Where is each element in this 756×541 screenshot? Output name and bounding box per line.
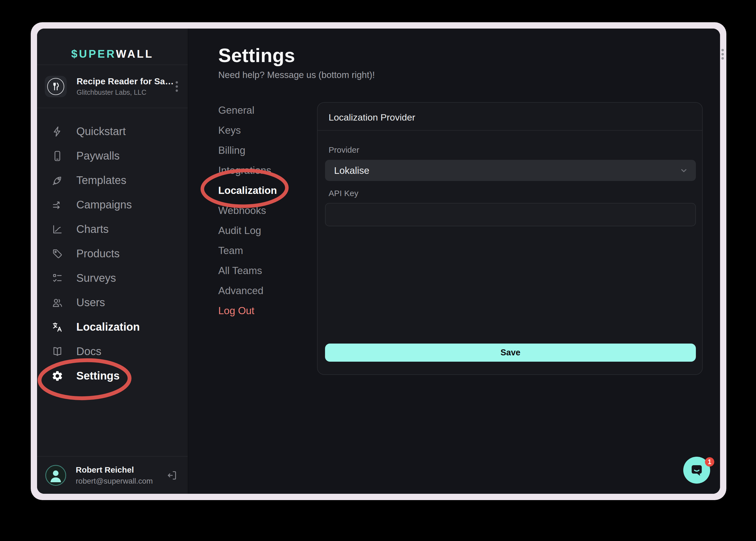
settings-nav: GeneralKeysBillingIntegrationsLocalizati…: [218, 100, 277, 321]
sidebar-item-label: Paywalls: [76, 150, 120, 162]
settings-tab-general[interactable]: General: [218, 100, 277, 120]
user-name: Robert Reichel: [76, 465, 166, 475]
provider-select[interactable]: Lokalise: [325, 160, 696, 181]
sidebar-item-label: Surveys: [76, 272, 116, 284]
settings-tab-localization[interactable]: Localization: [218, 181, 277, 201]
superwall-logo: $UPERWALL: [71, 48, 154, 60]
localization-provider-panel: Localization Provider Provider Lokalise …: [317, 102, 703, 375]
sidebar-item-label: Localization: [76, 321, 140, 333]
user-row: Robert Reichel robert@superwall.com: [37, 456, 188, 494]
settings-tab-webhooks[interactable]: Webhooks: [218, 201, 277, 221]
provider-select-value: Lokalise: [334, 165, 369, 176]
logout-icon[interactable]: [166, 469, 178, 481]
user-meta: Robert Reichel robert@superwall.com: [76, 465, 166, 485]
sidebar-item-label: Products: [76, 248, 120, 260]
screenshot-root: $UPERWALL: [0, 0, 756, 541]
settings-tab-integrations[interactable]: Integrations: [218, 160, 277, 181]
app-content: $UPERWALL: [37, 29, 720, 494]
book-icon: [51, 345, 63, 357]
chat-bubble-icon: [689, 462, 705, 478]
users-icon: [51, 296, 63, 309]
settings-tab-team[interactable]: Team: [218, 241, 277, 261]
divider: [318, 130, 702, 131]
page-title: Settings: [218, 45, 295, 66]
sidebar-item-paywalls[interactable]: Paywalls: [37, 144, 188, 168]
settings-tab-all-teams[interactable]: All Teams: [218, 261, 277, 281]
gear-icon: [51, 370, 63, 382]
api-key-label: API Key: [329, 189, 358, 198]
sidebar-item-label: Quickstart: [76, 125, 126, 138]
app-window: $UPERWALL: [31, 22, 726, 500]
sidebar-item-label: Templates: [76, 174, 126, 187]
workspace-name: Recipe Reader for Sa…: [77, 76, 174, 87]
sidebar-item-templates[interactable]: Templates: [37, 168, 188, 193]
fork-knife-icon: [47, 78, 64, 95]
sidebar-nav: QuickstartPaywallsTemplatesCampaignsChar…: [37, 108, 188, 456]
smartphone-icon: [51, 150, 63, 162]
sidebar: $UPERWALL: [37, 29, 188, 494]
settings-tab-log-out[interactable]: Log Out: [218, 301, 277, 321]
tag-icon: [51, 248, 63, 260]
translate-icon: [51, 321, 63, 333]
sidebar-item-quickstart[interactable]: Quickstart: [37, 119, 188, 144]
sidebar-item-campaigns[interactable]: Campaigns: [37, 193, 188, 217]
settings-tab-advanced[interactable]: Advanced: [218, 281, 277, 301]
sidebar-item-label: Settings: [76, 370, 120, 382]
kebab-menu-icon[interactable]: [172, 78, 182, 95]
sidebar-item-users[interactable]: Users: [37, 290, 188, 315]
workspace-avatar: [45, 76, 67, 97]
page-subtitle: Need help? Message us (bottom right)!: [218, 70, 375, 80]
sidebar-item-localization[interactable]: Localization: [37, 315, 188, 339]
logo-suffix: WALL: [116, 48, 153, 60]
user-email: robert@superwall.com: [76, 477, 166, 485]
logo-row: $UPERWALL: [37, 29, 188, 65]
chat-unread-badge: 1: [705, 457, 714, 467]
window-handle-dots: [721, 49, 724, 60]
save-button[interactable]: Save: [325, 343, 696, 362]
sidebar-item-surveys[interactable]: Surveys: [37, 266, 188, 290]
rocket-icon: [51, 174, 63, 187]
logo-prefix: $UPER: [71, 48, 116, 60]
main-area: Settings Need help? Message us (bottom r…: [188, 29, 720, 494]
campaign-arrows-icon: [51, 199, 63, 211]
sidebar-item-products[interactable]: Products: [37, 242, 188, 266]
settings-tab-audit-log[interactable]: Audit Log: [218, 221, 277, 241]
chevron-down-icon: [679, 166, 688, 175]
sidebar-item-label: Campaigns: [76, 199, 132, 211]
sidebar-item-docs[interactable]: Docs: [37, 339, 188, 363]
settings-tab-keys[interactable]: Keys: [218, 120, 277, 140]
sidebar-item-label: Users: [76, 296, 105, 309]
workspace-meta: Recipe Reader for Sa… Glitchbuster Labs,…: [77, 76, 174, 96]
settings-tab-billing[interactable]: Billing: [218, 140, 277, 160]
user-avatar: [45, 465, 66, 486]
checklist-icon: [51, 272, 63, 284]
workspace-switcher[interactable]: Recipe Reader for Sa… Glitchbuster Labs,…: [37, 65, 188, 108]
sidebar-item-label: Charts: [76, 223, 109, 235]
panel-title: Localization Provider: [329, 112, 415, 123]
api-key-input[interactable]: [325, 203, 696, 226]
provider-label: Provider: [329, 145, 359, 155]
line-chart-icon: [51, 223, 63, 235]
workspace-org: Glitchbuster Labs, LLC: [77, 88, 174, 96]
sidebar-item-label: Docs: [76, 345, 101, 357]
sidebar-item-charts[interactable]: Charts: [37, 217, 188, 242]
sidebar-item-settings[interactable]: Settings: [37, 363, 188, 388]
bolt-icon: [51, 126, 63, 138]
